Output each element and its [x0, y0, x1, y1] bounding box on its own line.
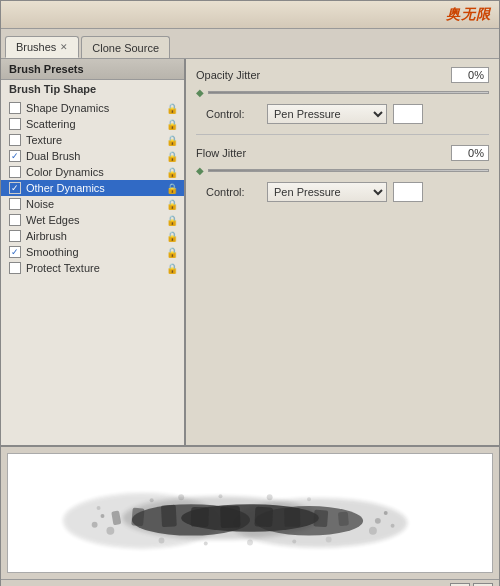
brush-item-label: Protect Texture — [26, 262, 100, 274]
checkbox-noise[interactable] — [9, 198, 21, 210]
panel-header: Brush Presets — [1, 59, 184, 80]
opacity-jitter-slider-row: ◆ — [196, 87, 489, 98]
brush-item-smoothing[interactable]: ✓ Smoothing 🔒 — [1, 244, 184, 260]
opacity-jitter-row: Opacity Jitter — [196, 67, 489, 83]
svg-point-19 — [375, 518, 381, 524]
brush-item-color-dynamics[interactable]: Color Dynamics 🔒 — [1, 164, 184, 180]
svg-point-28 — [159, 538, 165, 544]
brush-item-label: Shape Dynamics — [26, 102, 109, 114]
svg-rect-13 — [313, 510, 328, 528]
checkbox-protect-texture[interactable] — [9, 262, 21, 274]
brush-tip-section-header: Brush Tip Shape — [1, 80, 184, 98]
lock-icon-scattering: 🔒 — [166, 119, 178, 130]
brush-item-label: Smoothing — [26, 246, 79, 258]
flow-jitter-value[interactable] — [451, 145, 489, 161]
brush-item-label: Airbrush — [26, 230, 67, 242]
lock-icon-texture: 🔒 — [166, 135, 178, 146]
lock-icon-noise: 🔒 — [166, 199, 178, 210]
flow-control-select[interactable]: Pen Pressure Off Fade Pen Tilt Stylus Wh… — [267, 182, 387, 202]
flow-control-input[interactable] — [393, 182, 423, 202]
lock-icon-dual-brush: 🔒 — [166, 151, 178, 162]
brush-item-label: Scattering — [26, 118, 76, 130]
brush-item-label: Color Dynamics — [26, 166, 104, 178]
brush-item-airbrush[interactable]: Airbrush 🔒 — [1, 228, 184, 244]
jitter-divider — [196, 134, 489, 135]
checkbox-texture[interactable] — [9, 134, 21, 146]
tab-brushes[interactable]: Brushes ✕ — [5, 36, 79, 58]
app-window: 奥无限 Brushes ✕ Clone Source Brush Presets… — [0, 0, 500, 586]
brush-item-dual-brush[interactable]: ✓ Dual Brush 🔒 — [1, 148, 184, 164]
opacity-jitter-slider[interactable] — [208, 91, 489, 94]
checkbox-shape-dynamics[interactable] — [9, 102, 21, 114]
brush-preview — [7, 453, 493, 573]
opacity-jitter-label: Opacity Jitter — [196, 69, 276, 81]
svg-rect-9 — [191, 507, 209, 527]
checkbox-dual-brush[interactable]: ✓ — [9, 150, 21, 162]
preview-bottom-toolbar: 📄 🗑 — [1, 579, 499, 586]
tab-clone-source[interactable]: Clone Source — [81, 36, 170, 58]
checkbox-wet-edges[interactable] — [9, 214, 21, 226]
flow-jitter-section: Flow Jitter ◆ Control: Pen Pressure Off … — [196, 145, 489, 202]
svg-point-15 — [92, 522, 98, 528]
svg-rect-14 — [338, 512, 349, 527]
svg-point-32 — [326, 537, 332, 543]
svg-point-27 — [307, 497, 311, 501]
left-panel: Brush Presets Brush Tip Shape Shape Dyna… — [1, 59, 186, 445]
lock-icon-color-dynamics: 🔒 — [166, 167, 178, 178]
flow-jitter-row: Flow Jitter — [196, 145, 489, 161]
tab-clone-source-label: Clone Source — [92, 42, 159, 54]
brush-item-label: Other Dynamics — [26, 182, 105, 194]
lock-icon-smoothing: 🔒 — [166, 247, 178, 258]
checkbox-smoothing[interactable]: ✓ — [9, 246, 21, 258]
lock-icon-other-dynamics: 🔒 — [166, 183, 178, 194]
brush-item-noise[interactable]: Noise 🔒 — [1, 196, 184, 212]
svg-point-16 — [101, 514, 105, 518]
svg-point-25 — [219, 494, 223, 498]
tab-brushes-label: Brushes — [16, 41, 56, 53]
checkbox-other-dynamics[interactable]: ✓ — [9, 182, 21, 194]
opacity-control-label: Control: — [206, 108, 261, 120]
svg-point-24 — [178, 494, 184, 500]
new-preset-button[interactable]: 📄 — [450, 583, 470, 587]
brush-list: Shape Dynamics 🔒 Scattering 🔒 Texture 🔒 — [1, 98, 184, 445]
svg-point-30 — [247, 540, 253, 546]
brush-item-wet-edges[interactable]: Wet Edges 🔒 — [1, 212, 184, 228]
opacity-control-input[interactable] — [393, 104, 423, 124]
svg-point-26 — [267, 494, 273, 500]
logo-text: 奥无限 — [446, 6, 491, 24]
opacity-control-select[interactable]: Pen Pressure Off Fade Pen Tilt Stylus Wh… — [267, 104, 387, 124]
checkbox-color-dynamics[interactable] — [9, 166, 21, 178]
lock-icon-protect-texture: 🔒 — [166, 263, 178, 274]
brush-stroke-svg — [8, 454, 492, 572]
brush-item-other-dynamics[interactable]: ✓ Other Dynamics 🔒 — [1, 180, 184, 196]
svg-point-17 — [106, 527, 114, 535]
svg-point-31 — [292, 540, 296, 544]
brush-item-scattering[interactable]: Scattering 🔒 — [1, 116, 184, 132]
svg-rect-12 — [284, 508, 300, 527]
flow-jitter-slider[interactable] — [208, 169, 489, 172]
svg-rect-11 — [254, 507, 273, 528]
opacity-jitter-value[interactable] — [451, 67, 489, 83]
lock-icon-airbrush: 🔒 — [166, 231, 178, 242]
tab-brushes-close[interactable]: ✕ — [60, 42, 68, 52]
svg-point-18 — [97, 506, 101, 510]
top-bar: 奥无限 — [1, 1, 499, 29]
brush-item-shape-dynamics[interactable]: Shape Dynamics 🔒 — [1, 100, 184, 116]
svg-point-29 — [204, 542, 208, 546]
svg-point-20 — [384, 511, 388, 515]
tab-bar: Brushes ✕ Clone Source — [1, 29, 499, 59]
checkbox-airbrush[interactable] — [9, 230, 21, 242]
brush-item-texture[interactable]: Texture 🔒 — [1, 132, 184, 148]
checkbox-scattering[interactable] — [9, 118, 21, 130]
opacity-diamond-icon: ◆ — [196, 87, 204, 98]
svg-point-22 — [391, 524, 395, 528]
opacity-jitter-section: Opacity Jitter ◆ Control: Pen Pressure O… — [196, 67, 489, 124]
delete-preset-button[interactable]: 🗑 — [473, 583, 493, 587]
brush-item-protect-texture[interactable]: Protect Texture 🔒 — [1, 260, 184, 276]
svg-rect-8 — [161, 505, 177, 527]
flow-jitter-label: Flow Jitter — [196, 147, 276, 159]
brush-item-label: Texture — [26, 134, 62, 146]
main-panels: Brush Presets Brush Tip Shape Shape Dyna… — [1, 59, 499, 445]
brush-preview-area: 📄 🗑 — [1, 445, 499, 585]
flow-jitter-slider-row: ◆ — [196, 165, 489, 176]
